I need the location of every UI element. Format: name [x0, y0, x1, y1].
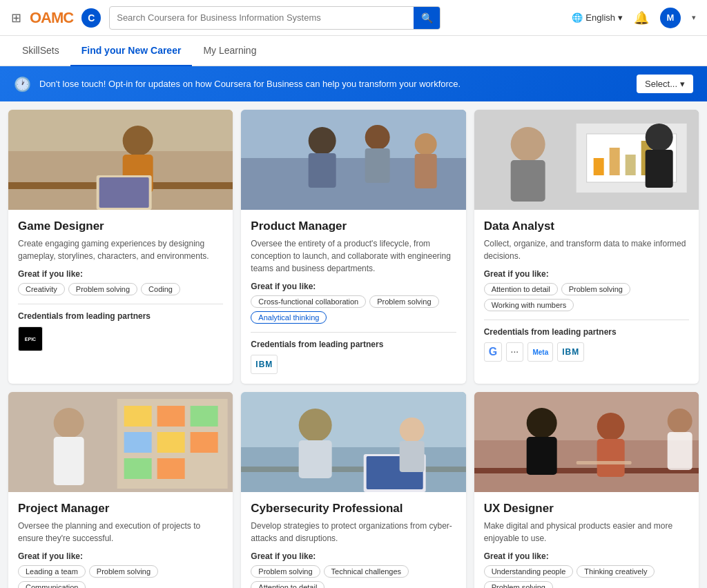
partner-logos-product-manager: IBM	[251, 355, 456, 374]
card-title-data-analyst: Data Analyst	[484, 219, 689, 233]
tag-leading-team: Leading a team	[18, 565, 86, 578]
tags-project-manager: Leading a team Problem solving Communica…	[18, 565, 223, 588]
partner-logos-game-designer: EPIC	[18, 326, 223, 351]
tag-analytical-thinking: Analytical thinking	[251, 311, 327, 324]
card-image-cybersecurity	[241, 392, 465, 492]
card-project-manager: Project Manager Oversee the planning and…	[8, 392, 233, 588]
svg-rect-34	[191, 432, 218, 453]
card-body-product-manager: Product Manager Oversee the entirety of …	[241, 210, 465, 384]
banner-text: Don't lose touch! Opt-in for updates on …	[39, 79, 628, 89]
svg-rect-18	[593, 158, 603, 175]
search-input[interactable]	[110, 12, 414, 23]
svg-rect-57	[667, 432, 692, 470]
partner-google: G	[484, 342, 502, 362]
credentials-label-data-analyst: Credentials from leading partners	[484, 327, 689, 337]
partner-meta: Meta	[527, 342, 553, 362]
card-desc-cybersecurity: Develop strategies to protect organizati…	[251, 520, 456, 545]
great-if-label-ux-designer: Great if you like:	[484, 551, 689, 561]
svg-rect-24	[645, 150, 672, 188]
logo-coursera: C	[81, 8, 101, 28]
tag-understanding-people: Understanding people	[484, 565, 574, 578]
svg-rect-33	[157, 432, 185, 453]
svg-point-11	[365, 125, 390, 150]
svg-point-53	[597, 413, 624, 440]
tab-my-learning[interactable]: My Learning	[192, 36, 267, 66]
language-selector[interactable]: 🌐 English ▾	[572, 12, 623, 23]
partner-ibm-da: IBM	[557, 342, 584, 362]
partners-product-manager: Credentials from leading partners IBM	[251, 340, 456, 374]
svg-rect-26	[510, 160, 545, 202]
partners-data-analyst: Credentials from leading partners G ··· …	[484, 327, 689, 362]
nav-tabs: SkillSets Find your New Career My Learni…	[0, 36, 707, 66]
great-if-label-cybersecurity: Great if you like:	[251, 551, 456, 561]
language-label: English	[585, 12, 615, 23]
avatar-chevron-icon[interactable]: ▾	[692, 13, 696, 22]
card-body-cybersecurity: Cybersecurity Professional Develop strat…	[241, 492, 465, 588]
search-button[interactable]: 🔍	[414, 6, 440, 30]
tags-data-analyst: Attention to detail Problem solving Work…	[484, 283, 689, 311]
clock-icon: 🕐	[14, 76, 31, 92]
tag-attention-detail-cy: Attention to detail	[251, 581, 325, 588]
partner-epic: EPIC	[18, 326, 43, 351]
svg-rect-43	[299, 440, 332, 478]
partner-logos-data-analyst: G ··· Meta IBM	[484, 342, 689, 362]
globe-icon: 🌐	[572, 12, 583, 23]
tag-technical-challenges: Technical challenges	[324, 565, 409, 578]
svg-point-46	[400, 418, 425, 442]
svg-point-13	[415, 133, 437, 155]
great-if-label-game-designer: Great if you like:	[18, 269, 223, 279]
credentials-label-product-manager: Credentials from leading partners	[251, 340, 456, 349]
card-image-ux-designer	[474, 392, 699, 492]
partner-ibm-pm: IBM	[251, 355, 278, 374]
svg-rect-55	[576, 461, 631, 464]
header-right: 🌐 English ▾ 🔔 M ▾	[572, 8, 696, 28]
svg-rect-35	[124, 458, 152, 479]
svg-rect-36	[157, 458, 185, 479]
grid-icon[interactable]: ⊞	[11, 10, 21, 26]
svg-rect-41	[241, 467, 465, 472]
card-product-manager: Product Manager Oversee the entirety of …	[241, 110, 465, 384]
tag-problem-solving-cy: Problem solving	[251, 565, 320, 578]
tags-cybersecurity: Problem solving Technical challenges Att…	[251, 565, 456, 588]
card-desc-product-manager: Oversee the entirety of a product's life…	[251, 237, 456, 275]
great-if-label-project-manager: Great if you like:	[18, 551, 223, 561]
svg-rect-54	[597, 439, 624, 477]
tag-communication: Communication	[18, 581, 86, 588]
card-image-data-analyst	[474, 110, 699, 210]
card-title-game-designer: Game Designer	[18, 219, 223, 233]
svg-rect-49	[474, 440, 699, 492]
notification-bell-icon[interactable]: 🔔	[634, 10, 649, 26]
svg-rect-50	[474, 468, 699, 473]
header: ⊞ OAMC C 🔍 🌐 English ▾ 🔔 M ▾	[0, 0, 707, 36]
tags-ux-designer: Understanding people Thinking creatively…	[484, 565, 689, 588]
logo-oamc: OAMC	[30, 9, 73, 27]
tab-skillsets[interactable]: SkillSets	[11, 36, 70, 66]
svg-rect-6	[99, 177, 149, 208]
search-bar: 🔍	[109, 6, 440, 30]
tags-game-designer: Creativity Problem solving Coding	[18, 283, 223, 295]
svg-rect-19	[609, 148, 619, 175]
tag-cross-functional: Cross-functional collaboration	[251, 295, 366, 308]
card-title-cybersecurity: Cybersecurity Professional	[251, 502, 456, 516]
tab-find-career[interactable]: Find your New Career	[70, 36, 193, 66]
chevron-down-icon: ▾	[618, 12, 623, 23]
svg-rect-52	[526, 437, 556, 475]
card-desc-data-analyst: Collect, organize, and transform data to…	[484, 237, 689, 262]
card-body-data-analyst: Data Analyst Collect, organize, and tran…	[474, 210, 699, 371]
main-content: Game Designer Create engaging gaming exp…	[0, 101, 707, 588]
credentials-label-game-designer: Credentials from leading partners	[18, 311, 223, 321]
partner-dots: ···	[506, 342, 523, 362]
tag-problem-solving-da: Problem solving	[561, 283, 630, 295]
banner-select[interactable]: Select... ▾	[637, 75, 693, 93]
tag-thinking-creatively: Thinking creatively	[577, 565, 655, 578]
card-ux-designer: UX Designer Make digital and physical pr…	[474, 392, 699, 588]
tag-attention-detail: Attention to detail	[484, 283, 558, 295]
avatar[interactable]: M	[660, 8, 681, 28]
tag-problem-solving-pm: Problem solving	[369, 295, 438, 308]
svg-point-37	[54, 408, 84, 438]
svg-rect-31	[191, 406, 218, 427]
tag-coding: Coding	[141, 283, 180, 295]
tag-problem-solving-proj: Problem solving	[89, 565, 158, 578]
card-image-product-manager	[241, 110, 465, 210]
card-data-analyst: Data Analyst Collect, organize, and tran…	[474, 110, 699, 384]
